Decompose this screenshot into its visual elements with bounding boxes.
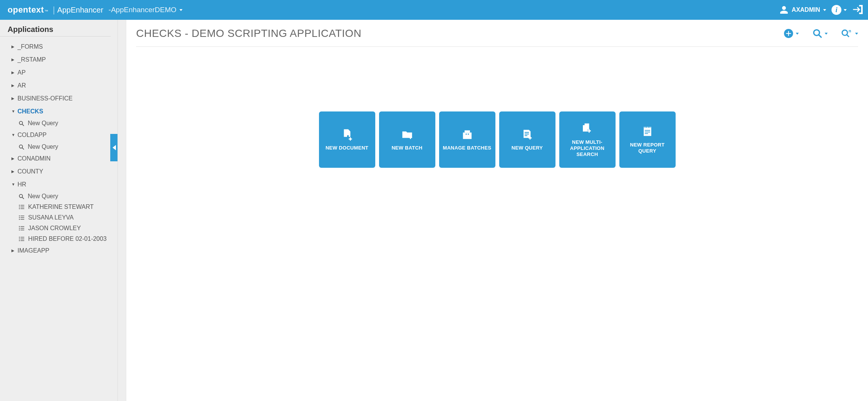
saved-query-item[interactable]: SUSANA LEYVA <box>2 212 114 223</box>
svg-line-32 <box>819 35 822 38</box>
svg-rect-21 <box>21 226 24 227</box>
svg-point-0 <box>19 121 23 124</box>
sidebar-item--rstamp[interactable]: ▶_RSTAMP <box>2 53 114 66</box>
search-icon <box>18 193 25 200</box>
add-button[interactable] <box>784 29 799 38</box>
svg-line-3 <box>22 148 24 150</box>
sidebar-collapse-handle[interactable] <box>110 134 118 161</box>
sidebar-item-hr[interactable]: ▼HR <box>2 178 114 191</box>
svg-point-33 <box>842 30 847 35</box>
caret-right-icon: ▶ <box>11 56 15 64</box>
instance-dropdown[interactable]: - AppEnhancerDEMO <box>109 6 182 14</box>
sidebar-item-checks[interactable]: ▼CHECKS <box>2 105 114 118</box>
content-area: CHECKS - DEMO SCRIPTING APPLICATION n <box>126 20 868 401</box>
page-actions: n <box>784 29 858 38</box>
sidebar-item-label: CHECKS <box>17 107 43 116</box>
saved-query-item[interactable]: KATHERINE STEWART <box>2 202 114 212</box>
logout-icon <box>852 3 864 16</box>
svg-point-20 <box>19 229 20 230</box>
logout-button[interactable] <box>852 3 864 17</box>
caret-down-icon <box>825 33 828 35</box>
svg-point-12 <box>19 215 20 216</box>
top-right-controls: AXADMIN i <box>779 3 864 17</box>
caret-down-icon <box>844 9 847 11</box>
new-report-icon <box>641 125 654 138</box>
new-query-icon <box>521 128 534 141</box>
svg-rect-43 <box>644 133 648 134</box>
svg-rect-37 <box>468 134 469 135</box>
caret-down-icon <box>823 9 826 11</box>
brand-separator: | <box>53 5 55 15</box>
svg-point-24 <box>19 237 20 237</box>
svg-line-1 <box>22 124 24 126</box>
saved-query-item[interactable]: JASON CROWLEY <box>2 223 114 234</box>
saved-query-item[interactable]: HIRED BEFORE 02-01-2003 <box>2 234 114 244</box>
tile-new-document[interactable]: NEW DOCUMENT <box>319 111 375 168</box>
new-query-link[interactable]: New Query <box>2 118 114 129</box>
svg-point-19 <box>19 228 20 229</box>
tree-child-label: KATHERINE STEWART <box>28 204 94 210</box>
svg-rect-10 <box>21 207 24 207</box>
sidebar-item-label: AP <box>17 68 25 77</box>
tile-new-report-query[interactable]: NEW REPORT QUERY <box>619 111 676 168</box>
svg-rect-15 <box>21 216 24 216</box>
search-icon <box>18 144 25 150</box>
svg-rect-11 <box>21 208 24 209</box>
tile-new-query[interactable]: NEW QUERY <box>499 111 555 168</box>
tile-manage-batches[interactable]: MANAGE BATCHES <box>439 111 495 168</box>
caret-down-icon: ▼ <box>11 131 15 139</box>
svg-rect-42 <box>644 132 650 132</box>
sidebar-item-label: COLDAPP <box>17 131 46 139</box>
sidebar-item-ar[interactable]: ▶AR <box>2 79 114 92</box>
svg-rect-39 <box>524 134 528 134</box>
sidebar-item-coldapp[interactable]: ▼COLDAPP <box>2 129 114 142</box>
search-button[interactable] <box>812 29 828 38</box>
svg-rect-40 <box>524 135 527 136</box>
new-query-link[interactable]: New Query <box>2 191 114 202</box>
svg-rect-36 <box>465 134 467 135</box>
svg-point-26 <box>19 240 20 241</box>
svg-line-34 <box>847 35 849 37</box>
brand-tm: ™ <box>44 9 48 13</box>
tile-label: NEW QUERY <box>511 145 543 151</box>
sidebar-item-label: IMAGEAPP <box>17 247 49 255</box>
caret-down-icon: ▼ <box>11 180 15 189</box>
sidebar-item-conadmin[interactable]: ▶CONADMIN <box>2 152 114 165</box>
sidebar-item-label: COUNTY <box>17 167 43 176</box>
svg-point-14 <box>19 219 20 220</box>
user-menu[interactable]: AXADMIN <box>779 5 826 14</box>
svg-rect-22 <box>21 228 24 229</box>
svg-text:n: n <box>849 29 851 33</box>
svg-rect-28 <box>21 239 24 239</box>
sidebar-item-business-office[interactable]: ▶BUSINESS-OFFICE <box>2 92 114 105</box>
brand-logo: opentext ™ | AppEnhancer <box>8 5 103 15</box>
caret-right-icon: ▶ <box>11 43 15 51</box>
sidebar-item--forms[interactable]: ▶_FORMS <box>2 40 114 53</box>
sidebar-item-imageapp[interactable]: ▶IMAGEAPP <box>2 244 114 257</box>
brand-app: AppEnhancer <box>57 6 103 14</box>
sidebar-item-label: HR <box>17 180 26 189</box>
svg-point-31 <box>814 30 819 35</box>
sidebar-item-ap[interactable]: ▶AP <box>2 66 114 79</box>
tree-child-label: New Query <box>28 193 58 200</box>
svg-rect-23 <box>21 230 24 231</box>
new-query-link[interactable]: New Query <box>2 142 114 152</box>
tile-new-batch[interactable]: NEW BATCH <box>379 111 435 168</box>
svg-point-4 <box>19 194 23 197</box>
advanced-search-button[interactable]: n <box>841 29 858 38</box>
list-icon <box>18 236 25 242</box>
svg-rect-29 <box>21 240 24 241</box>
tile-label: NEW MULTI-APPLICATION SEARCH <box>562 139 613 158</box>
tree-child-label: HIRED BEFORE 02-01-2003 <box>28 236 106 242</box>
svg-rect-17 <box>21 219 24 220</box>
sidebar-item-county[interactable]: ▶COUNTY <box>2 165 114 178</box>
sidebar-item-label: AR <box>17 81 26 90</box>
tile-label: NEW DOCUMENT <box>325 145 368 151</box>
info-icon: i <box>832 5 841 15</box>
instance-name: AppEnhancerDEMO <box>111 6 176 14</box>
tile-new-multi-app-search[interactable]: NEW MULTI-APPLICATION SEARCH <box>559 111 616 168</box>
top-bar: opentext ™ | AppEnhancer - AppEnhancerDE… <box>0 0 868 20</box>
list-icon <box>18 214 25 221</box>
svg-rect-9 <box>21 205 24 206</box>
info-menu[interactable]: i <box>832 5 847 15</box>
